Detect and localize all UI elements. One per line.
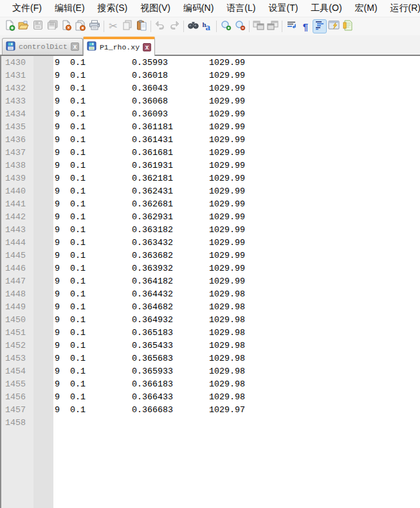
editor-line[interactable]: 9 0.1 0.364182 1029.99: [55, 275, 420, 288]
show-all-characters-icon: ¶: [303, 22, 308, 32]
toolbar-separator: [282, 21, 282, 32]
editor-line[interactable]: 9 0.1 0.363182 1029.99: [55, 224, 420, 237]
editor-line[interactable]: 9 0.1 0.364432 1029.98: [55, 288, 420, 301]
menu-item-macro[interactable]: 宏(M): [349, 0, 383, 17]
editor-line[interactable]: 9 0.1 0.364932 1029.98: [55, 314, 420, 327]
user-defined-dialog-button[interactable]: [327, 19, 341, 33]
line-number: 1440: [5, 185, 33, 198]
line-number: 1443: [5, 224, 33, 237]
menu-item-encoding[interactable]: 编码(N): [178, 0, 219, 17]
undo-icon: [154, 21, 166, 32]
editor-line[interactable]: 9 0.1 0.362181 1029.99: [55, 172, 420, 185]
tab-controldict[interactable]: controlDict x: [2, 38, 83, 55]
find-button[interactable]: [186, 19, 200, 33]
line-number: 1441: [5, 198, 33, 211]
menu-item-language[interactable]: 语言(L): [221, 0, 261, 17]
copy-button[interactable]: [120, 19, 134, 33]
editor-line[interactable]: 9 0.1 0.362431 1029.99: [55, 185, 420, 198]
line-number: 1448: [5, 288, 33, 301]
show-all-characters-button[interactable]: ¶: [298, 19, 313, 33]
save-button[interactable]: [31, 19, 45, 33]
editor-line[interactable]: 9 0.1 0.363932 1029.99: [55, 262, 420, 275]
editor-line[interactable]: 9 0.1 0.363432 1029.99: [55, 237, 420, 249]
editor-line[interactable]: 9 0.1 0.361681 1029.99: [55, 147, 420, 159]
editor-line[interactable]: 9 0.1 0.36043 1029.99: [55, 82, 420, 95]
editor-line[interactable]: 9 0.1 0.366683 1029.97: [55, 404, 420, 417]
undo-button[interactable]: [153, 19, 167, 33]
new-file-button[interactable]: [3, 19, 17, 33]
editor-line[interactable]: 9 0.1 0.366433 1029.98: [55, 391, 420, 404]
sync-vertical-scroll-button[interactable]: [251, 19, 266, 33]
toolbar-separator: [151, 21, 151, 32]
toolbar: ✂ h a: [0, 17, 420, 35]
line-number: 1451: [5, 327, 33, 340]
menu-item-edit[interactable]: 编辑(E): [49, 0, 91, 17]
line-number: 1447: [5, 275, 33, 288]
menu-item-settings[interactable]: 设置(T): [262, 0, 304, 17]
sync-horizontal-scroll-button[interactable]: [266, 19, 280, 33]
line-number: 1453: [5, 352, 33, 365]
editor-line[interactable]: 9 0.1 0.361431 1029.99: [55, 134, 420, 147]
menu-item-run[interactable]: 运行(R): [385, 0, 420, 17]
open-file-button[interactable]: [17, 19, 31, 33]
editor-line[interactable]: 9 0.1 0.364682 1029.98: [55, 301, 420, 314]
line-number: 1457: [5, 404, 33, 417]
menu-item-search[interactable]: 搜索(S): [92, 0, 134, 17]
line-number: 1431: [5, 69, 33, 82]
menu-item-view[interactable]: 视图(V): [134, 0, 176, 17]
line-number: 1430: [5, 57, 33, 69]
line-number: 1456: [5, 391, 33, 404]
line-number: 1436: [5, 134, 33, 147]
tab-close-icon[interactable]: x: [71, 42, 79, 51]
zoom-out-button[interactable]: [233, 19, 247, 33]
close-all-button[interactable]: [73, 19, 87, 33]
zoom-in-button[interactable]: [219, 19, 233, 33]
fold-margin[interactable]: [33, 56, 53, 508]
editor-line[interactable]: 9 0.1 0.362931 1029.99: [55, 211, 420, 224]
tab-bar: controlDict x P1_rho.xy x: [0, 35, 420, 56]
editor-line[interactable]: [55, 417, 420, 430]
cut-icon: ✂: [109, 21, 117, 32]
editor-line[interactable]: 9 0.1 0.365683 1029.98: [55, 352, 420, 365]
print-button[interactable]: [87, 19, 102, 33]
show-indent-guide-button[interactable]: [313, 19, 327, 33]
editor-line[interactable]: 9 0.1 0.365933 1029.98: [55, 365, 420, 378]
close-file-button[interactable]: [59, 19, 73, 33]
editor-line[interactable]: 9 0.1 0.362681 1029.99: [55, 198, 420, 211]
save-icon: [33, 20, 43, 33]
word-wrap-button[interactable]: [284, 19, 298, 33]
redo-button[interactable]: [167, 19, 181, 33]
zoom-in-icon: [221, 20, 232, 33]
close-all-icon: [75, 20, 86, 33]
text-area[interactable]: 9 0.1 0.35993 1029.999 0.1 0.36018 1029.…: [53, 56, 420, 508]
editor-line[interactable]: 9 0.1 0.361181 1029.99: [55, 121, 420, 134]
editor-area[interactable]: 1430143114321433143414351436143714381439…: [0, 56, 420, 508]
line-number: 1458: [5, 417, 33, 430]
sync-horizontal-scroll-icon: [267, 21, 278, 33]
menu-item-tools[interactable]: 工具(O): [305, 0, 347, 17]
tab-close-icon[interactable]: x: [143, 43, 151, 51]
editor-line[interactable]: 9 0.1 0.365183 1029.98: [55, 327, 420, 340]
editor-line[interactable]: 9 0.1 0.366183 1029.98: [55, 378, 420, 391]
editor-line[interactable]: 9 0.1 0.36068 1029.99: [55, 95, 420, 108]
paste-button[interactable]: [134, 19, 149, 33]
menu-item-file[interactable]: 文件(F): [6, 0, 48, 17]
editor-line[interactable]: 9 0.1 0.35993 1029.99: [55, 57, 420, 69]
zoom-out-icon: [235, 20, 246, 33]
editor-line[interactable]: 9 0.1 0.36093 1029.99: [55, 108, 420, 121]
editor-line[interactable]: 9 0.1 0.36018 1029.99: [55, 69, 420, 82]
save-all-button[interactable]: [45, 19, 59, 33]
cut-button[interactable]: ✂: [106, 19, 120, 33]
editor-line[interactable]: 9 0.1 0.363682 1029.99: [55, 249, 420, 262]
tab-p1-rho-xy[interactable]: P1_rho.xy x: [83, 37, 155, 56]
replace-button[interactable]: h a: [200, 19, 214, 33]
show-indent-guide-icon: [315, 21, 325, 33]
line-number: 1446: [5, 262, 33, 275]
paste-icon: [136, 20, 147, 33]
editor-line[interactable]: 9 0.1 0.365433 1029.98: [55, 340, 420, 352]
line-number: 1444: [5, 237, 33, 249]
document-map-button[interactable]: [341, 19, 355, 33]
line-number: 1442: [5, 211, 33, 224]
editor-line[interactable]: 9 0.1 0.361931 1029.99: [55, 159, 420, 172]
toolbar-separator: [249, 21, 250, 32]
